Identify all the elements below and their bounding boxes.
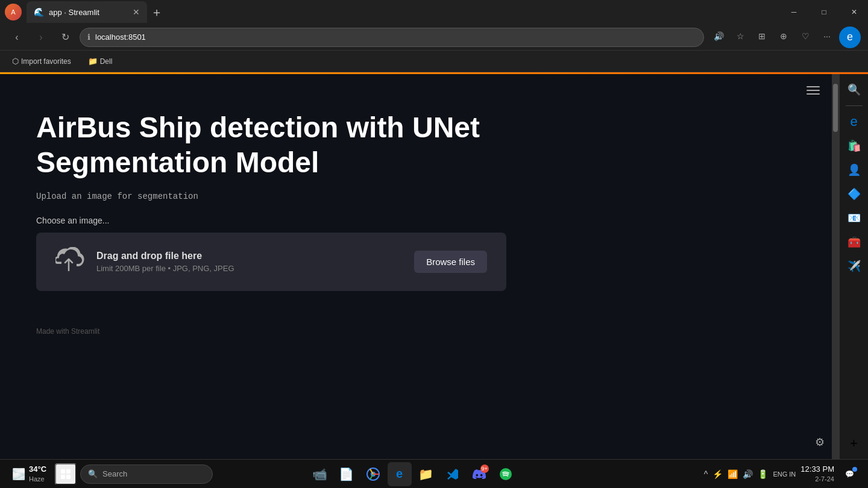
system-tray-arrow[interactable]: ^ <box>704 469 708 479</box>
file-uploader[interactable]: Drag and drop file here Limit 200MB per … <box>36 233 506 291</box>
taskbar-clock[interactable]: 12:33 PM 2-7-24 <box>800 464 834 484</box>
drag-drop-text: Drag and drop file here <box>96 251 402 261</box>
svg-point-2 <box>500 468 512 480</box>
taskbar-search-icon: 🔍 <box>88 469 98 478</box>
tab-favicon: 🌊 <box>34 7 44 17</box>
minimize-button[interactable]: ─ <box>780 2 808 22</box>
file-label: Choose an image... <box>36 216 615 225</box>
weather-icon: 🌫️ <box>12 468 25 481</box>
taskbar-app-vscode[interactable] <box>441 462 465 486</box>
read-aloud-button[interactable]: 🔊 <box>709 27 728 46</box>
edge-search-button[interactable]: 🔍 <box>843 79 865 101</box>
taskbar-search-placeholder: Search <box>102 469 127 478</box>
taskbar-app-spotify[interactable] <box>494 462 518 486</box>
scrollbar[interactable] <box>832 74 839 459</box>
tab-title: app · Streamlit <box>49 8 128 17</box>
profile-pic[interactable]: A <box>5 4 22 20</box>
footer-text: Made with Streamlit <box>0 315 832 348</box>
heart-button[interactable]: ♡ <box>796 27 815 46</box>
edge-add-button[interactable]: + <box>843 433 865 454</box>
hamburger-menu-button[interactable] <box>804 84 822 97</box>
favorites-import-icon: ⬡ <box>12 57 19 66</box>
favorites-button[interactable]: ☆ <box>731 27 750 46</box>
edge-send-button[interactable]: ✈️ <box>843 255 865 277</box>
weather-temp: 34°C <box>29 465 46 475</box>
address-bar[interactable]: ℹ localhost:8501 <box>80 28 704 47</box>
browser-tab[interactable]: 🌊 app · Streamlit ✕ <box>27 1 147 23</box>
scrollbar-thumb[interactable] <box>833 84 838 132</box>
taskbar-app-chrome[interactable] <box>361 462 385 486</box>
taskbar-weather[interactable]: 🌫️ 34°C Haze <box>7 462 51 486</box>
edge-outlook-button[interactable]: 📧 <box>843 207 865 229</box>
notification-button[interactable]: 💬 <box>839 463 861 485</box>
favorites-dell-icon: 📁 <box>88 57 98 66</box>
favorites-item-dell[interactable]: 📁 Dell <box>83 54 118 68</box>
taskbar-app-edge[interactable]: e <box>388 462 412 486</box>
edge-sidebar: 🔍 e 🛍️ 👤 🔷 📧 🧰 ✈️ + <box>839 74 868 459</box>
taskbar-app-explorer[interactable]: 📁 <box>414 462 438 486</box>
security-icon: ℹ <box>87 33 90 42</box>
network-icon[interactable]: 📶 <box>728 469 738 479</box>
edge-profile-button[interactable]: e <box>839 27 861 48</box>
edge-apps-button[interactable]: 🔷 <box>843 183 865 205</box>
favorites-import-label: Import favorites <box>21 57 71 66</box>
edge-profile-icon-button[interactable]: 👤 <box>843 159 865 181</box>
refresh-button[interactable]: ↻ <box>55 28 75 47</box>
taskbar-app-teams[interactable]: 📹 <box>308 462 332 486</box>
taskbar-search[interactable]: 🔍 Search <box>80 465 213 484</box>
favorites-dell-label: Dell <box>100 57 113 66</box>
edge-shopping-button[interactable]: 🛍️ <box>843 135 865 157</box>
sound-icon[interactable]: 🔊 <box>743 469 753 479</box>
taskbar-app-discord[interactable]: 9+ <box>467 462 491 486</box>
settings-button[interactable]: ⚙ <box>810 433 829 452</box>
favorites-item-import[interactable]: ⬡ Import favorites <box>7 54 76 68</box>
taskbar-app-files[interactable]: 📄 <box>335 462 359 486</box>
forward-button[interactable]: › <box>31 28 51 47</box>
streamlit-app: AirBus Ship detection with UNet Segmenta… <box>0 74 832 459</box>
upload-cloud-icon <box>55 247 84 277</box>
tab-close-icon[interactable]: ✕ <box>133 7 140 17</box>
new-tab-button[interactable]: ＋ <box>147 2 166 22</box>
battery-icon[interactable]: 🔋 <box>758 469 768 479</box>
address-text: localhost:8501 <box>95 33 146 42</box>
close-window-button[interactable]: ✕ <box>840 2 868 22</box>
weather-desc: Haze <box>29 475 46 483</box>
more-button[interactable]: ··· <box>817 27 837 46</box>
lang-indicator[interactable]: ENG IN <box>773 471 796 478</box>
edge-tools-button[interactable]: 🧰 <box>843 231 865 253</box>
split-view-button[interactable]: ⊞ <box>752 27 772 46</box>
collections-button[interactable]: ⊕ <box>774 27 793 46</box>
file-limit-text: Limit 200MB per file • JPG, PNG, JPEG <box>96 264 402 273</box>
browse-files-button[interactable]: Browse files <box>414 251 487 273</box>
app-subtitle: Upload an image for segmentation <box>36 192 615 201</box>
back-button[interactable]: ‹ <box>7 28 27 47</box>
edge-copilot-button[interactable]: e <box>843 111 865 133</box>
app-title: AirBus Ship detection with UNet Segmenta… <box>36 110 615 180</box>
bluetooth-icon[interactable]: ⚡ <box>712 469 723 479</box>
start-button[interactable] <box>55 463 77 485</box>
maximize-button[interactable]: □ <box>810 2 838 22</box>
